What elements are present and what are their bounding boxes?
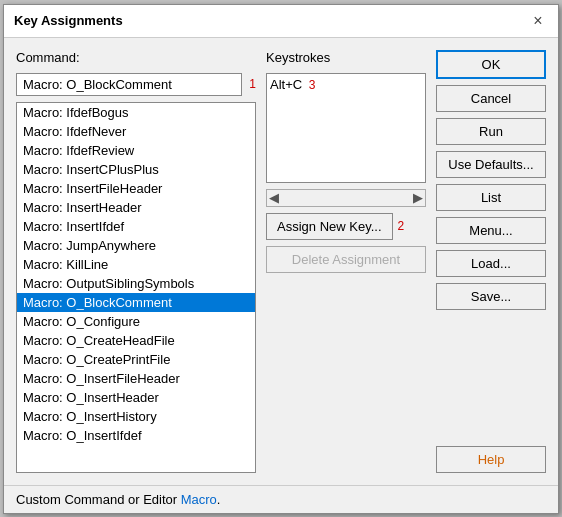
list-item[interactable]: Macro: O_BlockComment xyxy=(17,293,255,312)
list-item[interactable]: Macro: O_CreatePrintFile xyxy=(17,350,255,369)
cancel-button[interactable]: Cancel xyxy=(436,85,546,112)
list-item[interactable]: Macro: O_InsertHeader xyxy=(17,388,255,407)
command-label: Command: xyxy=(16,50,256,65)
right-panel: OK Cancel Run Use Defaults... List Menu.… xyxy=(436,50,546,473)
list-item[interactable]: Macro: O_CreateHeadFile xyxy=(17,331,255,350)
title-bar: Key Assignments × xyxy=(4,5,558,38)
status-text-normal: Custom Command or Editor xyxy=(16,492,181,507)
assign-new-key-button[interactable]: Assign New Key... xyxy=(266,213,393,240)
left-panel: Command: 1 Macro: IfdefBogusMacro: Ifdef… xyxy=(16,50,256,473)
close-button[interactable]: × xyxy=(528,11,548,31)
ok-button[interactable]: OK xyxy=(436,50,546,79)
status-text-highlight: Macro xyxy=(181,492,217,507)
command-input[interactable] xyxy=(16,73,242,96)
annotation-3: 3 xyxy=(309,78,316,92)
list-item[interactable]: Macro: KillLine xyxy=(17,255,255,274)
list-item[interactable]: Macro: InsertHeader xyxy=(17,198,255,217)
status-text-end: . xyxy=(217,492,221,507)
delete-assignment-button[interactable]: Delete Assignment xyxy=(266,246,426,273)
help-button[interactable]: Help xyxy=(436,446,546,473)
keystroke-value: Alt+C xyxy=(270,77,302,92)
list-item[interactable]: Macro: JumpAnywhere xyxy=(17,236,255,255)
list-item[interactable]: Macro: IfdefNever xyxy=(17,122,255,141)
keystrokes-box: Alt+C 3 xyxy=(266,73,426,183)
assign-btn-label: Assign New Key... xyxy=(277,219,382,234)
save-button[interactable]: Save... xyxy=(436,283,546,310)
command-list[interactable]: Macro: IfdefBogusMacro: IfdefNeverMacro:… xyxy=(16,102,256,473)
delete-btn-label: Delete Assignment xyxy=(292,252,400,267)
list-item[interactable]: Macro: InsertIfdef xyxy=(17,217,255,236)
annotation-2: 2 xyxy=(398,219,405,233)
dialog-content: Command: 1 Macro: IfdefBogusMacro: Ifdef… xyxy=(4,38,558,485)
list-item[interactable]: Macro: OutputSiblingSymbols xyxy=(17,274,255,293)
scroll-left-icon[interactable]: ◀ xyxy=(269,190,279,205)
menu-button[interactable]: Menu... xyxy=(436,217,546,244)
keystroke-scrollbar[interactable]: ◀ ▶ xyxy=(266,189,426,207)
list-item[interactable]: Macro: O_InsertFileHeader xyxy=(17,369,255,388)
keystrokes-label: Keystrokes xyxy=(266,50,426,65)
use-defaults-button[interactable]: Use Defaults... xyxy=(436,151,546,178)
load-button[interactable]: Load... xyxy=(436,250,546,277)
list-item[interactable]: Macro: InsertFileHeader xyxy=(17,179,255,198)
list-item[interactable]: Macro: InsertCPlusPlus xyxy=(17,160,255,179)
list-item[interactable]: Macro: O_InsertIfdef xyxy=(17,426,255,445)
list-item[interactable]: Macro: O_InsertHistory xyxy=(17,407,255,426)
list-item[interactable]: Macro: O_Configure xyxy=(17,312,255,331)
scroll-right-icon[interactable]: ▶ xyxy=(413,190,423,205)
key-assignments-dialog: Key Assignments × Command: 1 Macro: Ifde… xyxy=(3,4,559,514)
run-button[interactable]: Run xyxy=(436,118,546,145)
dialog-title: Key Assignments xyxy=(14,13,123,28)
annotation-1: 1 xyxy=(249,77,256,91)
list-item[interactable]: Macro: IfdefBogus xyxy=(17,103,255,122)
middle-panel: Keystrokes Alt+C 3 ◀ ▶ Assign New Key...… xyxy=(266,50,426,473)
list-button[interactable]: List xyxy=(436,184,546,211)
list-item[interactable]: Macro: IfdefReview xyxy=(17,141,255,160)
status-bar: Custom Command or Editor Macro. xyxy=(4,485,558,513)
